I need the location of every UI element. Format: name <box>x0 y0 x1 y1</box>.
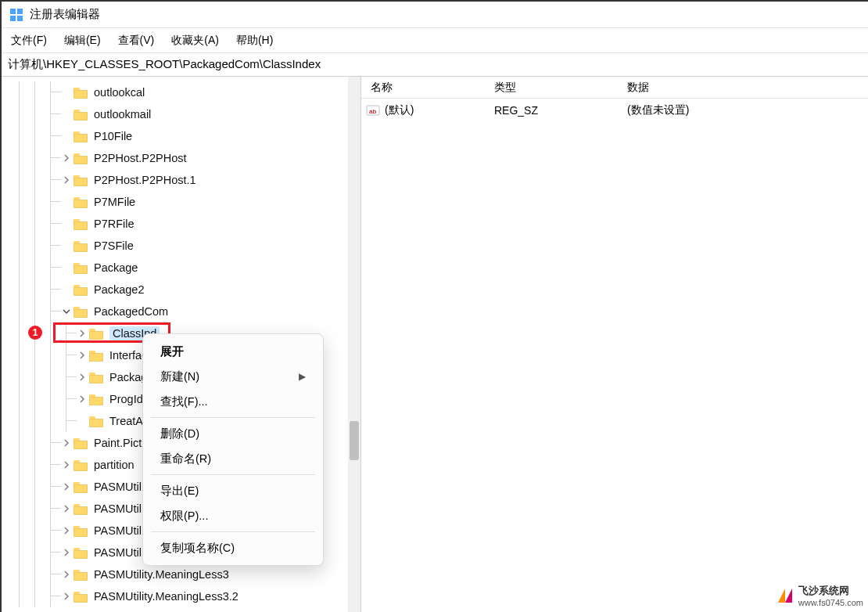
ctx-new[interactable]: 新建(N) ▶ <box>143 364 323 389</box>
tree-item[interactable]: P10File <box>2 125 360 147</box>
folder-icon <box>89 415 105 427</box>
folder-icon <box>74 305 89 318</box>
menu-edit[interactable]: 编辑(E) <box>64 34 101 48</box>
tree-item-label: P7MFile <box>94 196 135 208</box>
folder-icon <box>74 196 89 208</box>
folder-icon <box>74 590 89 603</box>
folder-icon <box>89 349 105 362</box>
chevron-right-icon[interactable] <box>61 175 72 185</box>
col-header-type[interactable]: 类型 <box>494 81 627 95</box>
tree-item[interactable]: PASMUtility.MeaningLess3 <box>2 563 360 585</box>
ctx-copy-key-name[interactable]: 复制项名称(C) <box>143 535 323 560</box>
chevron-right-icon[interactable] <box>61 459 72 470</box>
tree-item[interactable]: PackagedCom <box>2 301 360 322</box>
ctx-find[interactable]: 查找(F)... <box>143 389 323 414</box>
menu-bar: 文件(F) 编辑(E) 查看(V) 收藏夹(A) 帮助(H) <box>2 28 868 53</box>
ctx-rename[interactable]: 重命名(R) <box>143 446 323 471</box>
tree-item[interactable]: Package <box>2 257 360 279</box>
tree-item-label: outlookcal <box>94 86 145 99</box>
tree-item-label: P7SFile <box>94 239 134 252</box>
svg-rect-3 <box>17 16 23 21</box>
tree-item-label: Package <box>94 261 138 274</box>
svg-rect-2 <box>10 16 16 21</box>
context-menu: 展开 新建(N) ▶ 查找(F)... 删除(D) 重命名(R) 导出(E) 权… <box>142 333 324 566</box>
col-header-data[interactable]: 数据 <box>627 81 868 95</box>
chevron-right-icon[interactable] <box>61 503 72 514</box>
folder-icon <box>89 327 105 340</box>
folder-icon <box>74 86 89 99</box>
folder-icon <box>74 481 89 493</box>
chevron-right-icon[interactable] <box>77 350 88 361</box>
folder-icon <box>74 568 89 581</box>
tree-item-label: P2PHost.P2PHost.1 <box>94 174 196 186</box>
menu-view[interactable]: 查看(V) <box>118 34 155 48</box>
svg-marker-6 <box>778 589 785 603</box>
ctx-export[interactable]: 导出(E) <box>143 478 323 503</box>
folder-icon <box>74 174 89 186</box>
tree-item[interactable]: P2PHost.P2PHost.1 <box>2 169 360 191</box>
svg-rect-0 <box>10 9 16 14</box>
tree-item-label: partition <box>94 459 135 471</box>
values-pane: 名称 类型 数据 ab (默认) REG_SZ (数值未设置) <box>361 77 868 612</box>
chevron-right-icon[interactable] <box>77 394 88 405</box>
chevron-down-icon[interactable] <box>61 306 72 317</box>
chevron-right-icon[interactable] <box>77 328 88 339</box>
folder-icon <box>74 459 89 471</box>
ctx-delete[interactable]: 删除(D) <box>143 421 323 446</box>
folder-icon <box>74 261 89 274</box>
svg-marker-7 <box>785 589 792 603</box>
title-bar: 注册表编辑器 <box>2 2 868 28</box>
menu-favorites[interactable]: 收藏夹(A) <box>171 34 219 48</box>
tree-item-label: P7RFile <box>94 218 135 230</box>
folder-icon <box>74 546 89 559</box>
tree-item-label: P2PHost.P2PHost <box>94 152 186 164</box>
tree-item[interactable]: outlookmail <box>2 103 360 125</box>
tree-item-label: Package2 <box>94 283 145 296</box>
col-header-name[interactable]: 名称 <box>361 81 494 95</box>
tree-item[interactable]: outlookcal <box>2 81 360 103</box>
tree-scrollbar[interactable] <box>348 77 360 612</box>
chevron-right-icon[interactable] <box>61 547 72 558</box>
tree-scrollbar-thumb[interactable] <box>350 421 359 460</box>
tree-item[interactable]: PASMUtility.MeaningLess3.2 <box>2 585 360 607</box>
regedit-icon <box>9 8 23 22</box>
tree-item[interactable]: P7MFile <box>2 191 360 213</box>
chevron-right-icon[interactable] <box>61 525 72 536</box>
chevron-right-icon[interactable] <box>77 372 88 383</box>
address-bar[interactable]: 计算机\HKEY_CLASSES_ROOT\PackagedCom\ClassI… <box>2 53 868 77</box>
chevron-right-icon: ▶ <box>299 371 306 382</box>
tree-item[interactable]: P2PHost.P2PHost <box>2 147 360 169</box>
chevron-right-icon[interactable] <box>61 153 72 164</box>
chevron-right-icon[interactable] <box>61 569 72 580</box>
menu-help[interactable]: 帮助(H) <box>236 34 273 48</box>
main-area: outlookcaloutlookmailP10FileP2PHost.P2PH… <box>2 77 868 612</box>
folder-icon <box>74 524 89 537</box>
ctx-separator <box>151 417 315 418</box>
watermark-url: www.fs0745.com <box>798 598 863 607</box>
watermark-title: 飞沙系统网 <box>798 584 863 598</box>
ctx-permissions[interactable]: 权限(P)... <box>143 503 323 528</box>
tree-item-label: PASMUtility.MeaningLess3 <box>94 568 229 581</box>
value-name: (默认) <box>385 103 494 117</box>
ctx-expand[interactable]: 展开 <box>143 339 323 364</box>
folder-icon <box>74 152 89 164</box>
folder-icon <box>74 283 89 296</box>
folder-icon <box>74 502 89 515</box>
svg-rect-1 <box>17 9 23 14</box>
chevron-right-icon[interactable] <box>61 481 72 492</box>
address-path: 计算机\HKEY_CLASSES_ROOT\PackagedCom\ClassI… <box>8 57 321 72</box>
chevron-right-icon[interactable] <box>61 437 72 448</box>
chevron-right-icon[interactable] <box>61 591 72 602</box>
tree-item-label: PASMUtility.MeaningLess3.2 <box>94 590 239 603</box>
window-title: 注册表编辑器 <box>30 7 100 22</box>
string-value-icon: ab <box>366 103 380 117</box>
value-row[interactable]: ab (默认) REG_SZ (数值未设置) <box>361 99 868 122</box>
folder-icon <box>74 437 89 449</box>
menu-file[interactable]: 文件(F) <box>11 34 47 48</box>
watermark: 飞沙系统网 www.fs0745.com <box>777 584 863 607</box>
tree-item[interactable]: Package2 <box>2 279 360 301</box>
tree-item[interactable]: P7SFile <box>2 235 360 257</box>
tree-item[interactable]: P7RFile <box>2 213 360 235</box>
svg-text:ab: ab <box>369 108 376 115</box>
tree-item-label: PackagedCom <box>94 305 168 318</box>
